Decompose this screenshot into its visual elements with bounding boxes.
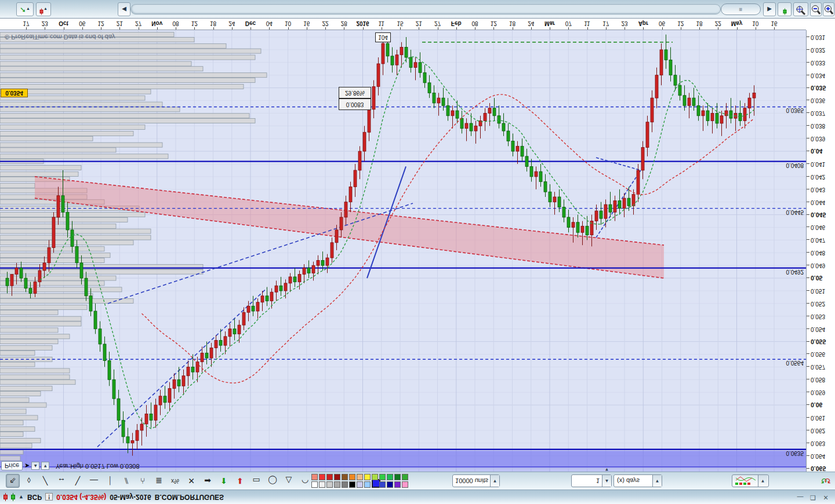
price-axis-tick [807,290,809,291]
candle-body [530,166,533,177]
color-swatch[interactable] [394,474,401,480]
date-axis[interactable]: 1723Oct06122127Nov08121824Dec04101622282… [0,19,806,30]
collapse-arrow-icon[interactable]: ▼ [19,494,24,500]
scale-down-button[interactable]: ▼ [41,462,49,470]
arrow-right-icon[interactable]: ➡ [201,474,215,488]
volume-profile-bar [0,294,93,298]
color-swatch[interactable] [334,481,340,488]
scrollbar-thumb[interactable]: ≡ [721,3,761,15]
measure-value-label[interactable]: 0.0083 [339,98,371,110]
price-axis-tick [807,49,809,50]
color-swatch[interactable] [372,474,378,480]
spinner-up-down-icon[interactable]: ▲▼ [602,475,611,487]
color-swatch[interactable] [342,474,348,480]
period-dropdown-icon[interactable]: ▼ [652,475,662,487]
candle-body [57,196,60,217]
tab-price[interactable]: Price [1,461,23,470]
chart-style-button[interactable]: ➚▼ [16,2,34,16]
trendline-endpoint-label[interactable]: 104 [375,32,391,42]
scroll-zoom-bar[interactable]: ➚▼ ▼ ◀ ≡ ▶ [0,0,835,19]
color-swatch[interactable] [342,481,348,488]
minimize-button[interactable]: — [796,493,805,502]
arc-tool-icon[interactable]: ◠ [298,474,312,488]
color-swatch[interactable] [311,481,318,488]
horizontal-line-tool-icon[interactable]: — [87,474,101,488]
refresh-arrows-icon[interactable]: ↻↺ [819,474,833,488]
vertical-line-tool-icon[interactable]: ⏐ [103,474,117,488]
color-swatch[interactable] [357,481,363,488]
color-swatch[interactable] [326,481,333,488]
arrow-down-sell-icon[interactable]: ⬇ [233,474,247,488]
color-swatch[interactable] [387,474,393,480]
measure-percent-label[interactable]: 29.86% [339,87,371,98]
segment-tool-icon[interactable]: ╱ [38,474,52,488]
color-swatch[interactable] [402,474,408,480]
price-axis[interactable]: 0.0310.0320.0330.0340.0350.0360.0370.038… [806,30,835,472]
ellipse-tool-icon[interactable]: ◯ [266,474,279,488]
candle-body [368,109,371,132]
extended-line-tool-icon[interactable]: ↔ [55,474,68,488]
candlestick-view-button[interactable]: ▼ [36,2,51,16]
color-swatch[interactable] [334,474,340,480]
zoom-select-tool-icon[interactable] [778,2,792,16]
instrument-ticker[interactable]: BCP [27,493,42,501]
channel-tool-icon[interactable]: ⫽ [119,474,133,488]
year-high-low-stats: Year:High 0.0517 Low 0.0308 [56,463,140,470]
color-swatch[interactable] [364,481,371,488]
color-swatch[interactable] [319,474,325,480]
volume-profile-bar [0,67,203,71]
rectangle-tool-icon[interactable]: ▭ [249,474,263,488]
scrollbar-track[interactable] [130,4,721,14]
date-axis-tick [382,27,382,30]
zoom-in-icon[interactable] [823,2,834,16]
retracement-tool-icon[interactable]: x% [168,474,182,488]
indicator-dropdown-icon[interactable]: ▼ [758,475,767,487]
scroll-right-button[interactable]: ▶ [763,2,776,16]
fan-tool-icon[interactable]: ⑃ [136,474,150,488]
alert-icon[interactable]: ! [45,494,53,501]
color-swatch[interactable] [311,474,318,480]
color-swatch[interactable] [364,474,371,480]
color-swatch[interactable] [379,474,386,480]
color-swatch[interactable] [349,481,355,488]
candle-body [29,288,32,294]
ruler-tool-icon[interactable]: ⬨ [22,474,36,488]
indicator-button[interactable]: ▼ [732,474,769,487]
date-axis-label: Dec [245,20,256,27]
close-button[interactable]: ✕ [821,493,830,502]
annotation-tool-icon[interactable]: ≣ [152,474,166,488]
zoom-out-icon[interactable] [810,2,822,16]
color-swatch[interactable] [349,474,355,480]
zoom-drag-tool-icon[interactable] [793,2,808,16]
pointer-tool-icon[interactable]: ⇖ [6,474,20,488]
volume-profile-bar [0,119,255,123]
instrument-status-bar[interactable]: ▼ BCP ! 0.0354 (-4.35%) 05-May-2016 B.CO… [0,490,835,504]
triangle-tool-icon[interactable]: △ [282,474,296,488]
level-price-label: 0.0445 [786,209,804,216]
price-axis-tick [807,214,809,215]
trendline-tool-icon[interactable]: ╲ [71,474,85,488]
scale-up-button[interactable]: ▲ [31,462,39,470]
color-swatch[interactable] [379,481,386,488]
units-dropdown-icon[interactable]: ▼ [490,475,499,487]
arrow-up-buy-icon[interactable]: ⬆ [217,474,231,488]
volume-profile-bar [0,305,87,309]
volume-profile-bar [0,229,151,233]
color-swatch[interactable] [402,481,408,488]
cross-tool-icon[interactable]: ✕ [184,474,198,488]
color-swatch[interactable] [326,474,333,480]
bar-count-input[interactable]: 1 ▲▼ [571,474,612,487]
units-input[interactable]: 10000 units ▼ [452,474,500,487]
color-swatch[interactable] [357,474,363,480]
color-swatch[interactable] [394,481,401,488]
drawing-toolbar[interactable]: ⇖ ⬨ ╱ ↔ ╲ — ⏐ ⫽ ⑃ ≣ x% ✕ ➡ ⬆ ⬇ ▭ ◯ △ ◠ 1… [0,472,835,490]
restore-button[interactable]: ❐ [808,493,818,502]
date-axis-tick [699,27,700,30]
chart-plot-area[interactable]: 0.03650.04080.04450.04920.05640.0635 0.0… [0,30,806,472]
color-swatch[interactable] [319,481,325,488]
period-select[interactable]: (x) days ▼ [613,474,662,487]
scroll-left-button[interactable]: ◀ [118,2,130,16]
date-axis-tick [513,27,513,30]
color-swatch[interactable] [387,481,393,488]
price-axis-tick [807,341,809,342]
